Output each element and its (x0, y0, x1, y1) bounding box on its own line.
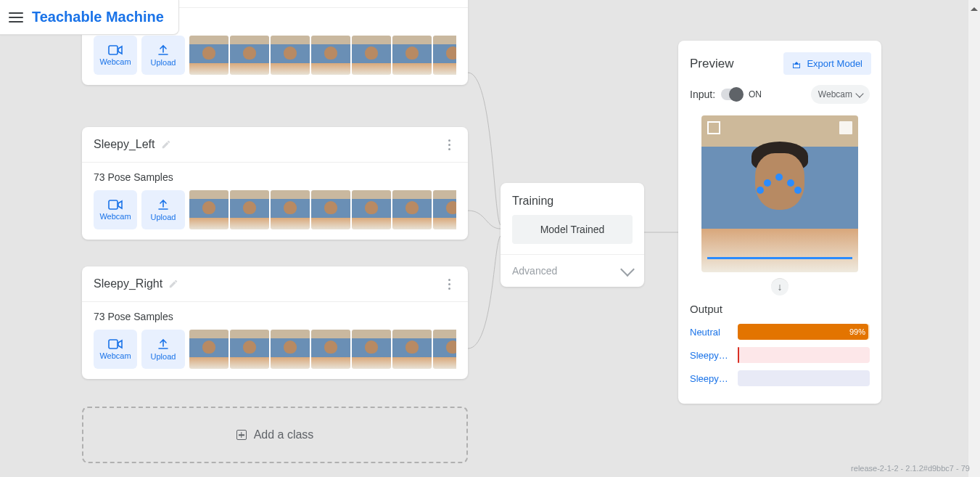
upload-label: Upload (151, 352, 176, 361)
sample-count: 73 Pose Samples (94, 171, 456, 183)
webcam-label: Webcam (99, 57, 131, 66)
class-menu-icon[interactable] (442, 277, 456, 291)
webcam-button[interactable]: Webcam (94, 36, 137, 75)
class-name-text: Sleepy_Right (94, 277, 162, 290)
class-name-text: Sleepy_Left (94, 138, 155, 151)
preview-panel: Preview Export Model Input: ON Webcam ↓ … (678, 41, 881, 404)
menu-icon[interactable] (9, 12, 23, 23)
webcam-label: Webcam (99, 212, 131, 221)
scroll-up-icon (971, 1, 978, 9)
app-header: Teachable Machine (0, 0, 179, 35)
upload-icon (157, 199, 169, 211)
svg-rect-0 (109, 46, 118, 54)
output-bar (738, 347, 870, 363)
toggle-state: ON (749, 89, 762, 99)
plus-icon (236, 430, 247, 440)
advanced-toggle[interactable]: Advanced (501, 254, 644, 287)
class-title[interactable]: Sleepy_Right (94, 277, 178, 290)
export-label: Export Model (807, 58, 862, 69)
output-bar: 99% (738, 324, 870, 340)
output-label: Sleepy… (690, 373, 730, 384)
scroll-down-button[interactable]: ↓ (771, 278, 788, 295)
class-title[interactable]: Sleepy_Left (94, 138, 171, 151)
webcam-icon (108, 339, 123, 349)
webcam-button[interactable]: Webcam (94, 330, 137, 369)
upload-label: Upload (151, 58, 176, 67)
webcam-preview (701, 115, 858, 272)
export-icon (792, 60, 801, 68)
sample-thumbnails[interactable] (189, 190, 456, 229)
output-bar (738, 370, 870, 386)
output-label: Sleepy… (690, 350, 730, 361)
train-model-button[interactable]: Model Trained (512, 215, 633, 244)
output-title: Output (690, 303, 870, 315)
output-row-neutral: Neutral 99% (690, 324, 870, 340)
crop-icon[interactable] (707, 121, 720, 134)
upload-icon (157, 44, 169, 56)
class-menu-icon[interactable] (442, 137, 456, 152)
upload-label: Upload (151, 213, 176, 221)
webcam-icon (108, 200, 123, 210)
input-toggle[interactable] (721, 89, 743, 100)
output-pct: 99% (849, 327, 865, 336)
edit-icon[interactable] (161, 139, 171, 150)
upload-button[interactable]: Upload (141, 330, 185, 369)
sample-thumbnails[interactable] (189, 36, 456, 75)
advanced-label: Advanced (512, 265, 557, 277)
app-title[interactable]: Teachable Machine (32, 9, 164, 25)
preview-title: Preview (690, 57, 733, 71)
webcam-button[interactable]: Webcam (94, 190, 137, 229)
version-footer: release-2-1-2 - 2.1.2#d9bbc7 - 79 (851, 464, 970, 473)
sample-thumbnails[interactable] (189, 330, 456, 369)
webcam-icon (108, 45, 123, 55)
sample-count: 73 Pose Samples (94, 311, 456, 322)
class-card-sleepy-left: Sleepy_Left 73 Pose Samples Webcam Uploa… (82, 127, 468, 240)
window-scrollbar[interactable] (968, 0, 980, 477)
edit-icon[interactable] (168, 279, 178, 289)
upload-icon (157, 338, 169, 350)
input-source-select[interactable]: Webcam (811, 85, 870, 104)
training-panel: Training Model Trained Advanced (501, 183, 644, 287)
output-label: Neutral (690, 327, 730, 338)
flip-icon[interactable] (839, 121, 852, 134)
add-class-button[interactable]: Add a class (82, 407, 468, 463)
export-model-button[interactable]: Export Model (783, 52, 871, 75)
input-source-label: Webcam (818, 89, 852, 99)
input-label: Input: (690, 89, 715, 100)
chevron-down-icon (855, 89, 863, 97)
add-class-label: Add a class (254, 428, 314, 441)
upload-button[interactable]: Upload (141, 36, 185, 75)
class-card-sleepy-right: Sleepy_Right 73 Pose Samples Webcam Uplo… (82, 266, 468, 379)
chevron-down-icon (620, 262, 635, 277)
svg-rect-2 (109, 340, 118, 348)
training-title: Training (501, 183, 644, 215)
output-row-sleepy-right: Sleepy… (690, 370, 870, 386)
upload-button[interactable]: Upload (141, 190, 185, 229)
webcam-label: Webcam (99, 351, 131, 360)
svg-rect-1 (109, 200, 118, 209)
output-row-sleepy-left: Sleepy… (690, 347, 870, 363)
